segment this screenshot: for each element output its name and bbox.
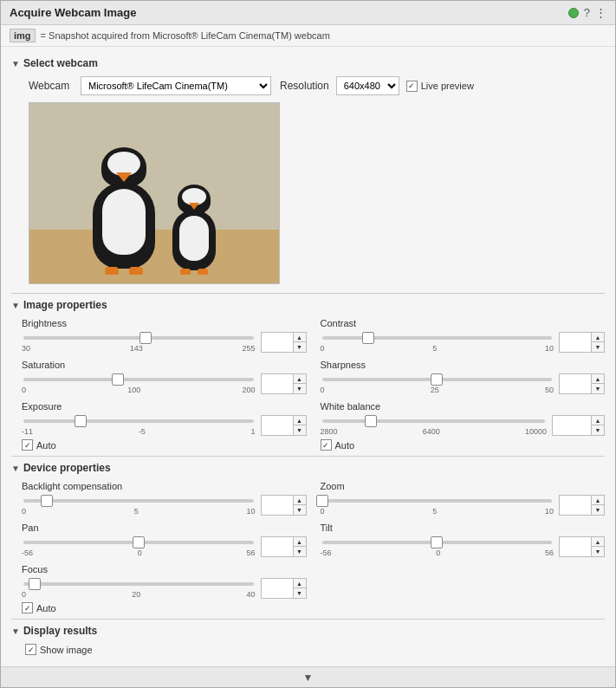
sharpness-down[interactable]: ▼ <box>592 384 604 393</box>
backlight-spinner-btns: ▲ ▼ <box>293 496 306 515</box>
contrast-slider-container: 0 5 10 <box>321 333 554 353</box>
webcam-label: Webcam <box>29 80 72 92</box>
live-preview-checkbox[interactable]: ✓ <box>406 81 418 92</box>
wb-up[interactable]: ▲ <box>592 416 604 425</box>
contrast-thumb[interactable] <box>362 332 374 344</box>
help-icon[interactable]: ? <box>584 6 590 19</box>
tilt-value[interactable]: 0 <box>560 537 591 556</box>
select-webcam-header[interactable]: ▼ Select webcam <box>11 57 605 69</box>
focus-min: 0 <box>22 590 26 599</box>
pan-thumb[interactable] <box>133 536 145 548</box>
brightness-spinner: 143 ▲ ▼ <box>261 332 307 353</box>
exposure-spinner-btns: ▲ ▼ <box>293 416 306 435</box>
focus-thumb[interactable] <box>29 578 41 590</box>
brightness-thumb[interactable] <box>139 332 152 344</box>
saturation-value[interactable]: 83 <box>262 374 293 393</box>
backlight-down[interactable]: ▼ <box>294 505 306 515</box>
zoom-spinner-btns: ▲ ▼ <box>591 496 604 515</box>
brightness-label: Brightness <box>22 318 307 328</box>
device-properties-header[interactable]: ▼ Device properties <box>11 462 605 474</box>
sharpness-min: 0 <box>321 386 325 394</box>
exposure-auto-label: Auto <box>36 440 56 451</box>
exposure-item: Exposure -11 -5 1 <box>22 401 307 451</box>
image-properties-content: Brightness 30 143 255 <box>11 318 605 451</box>
backlight-value[interactable]: 1 <box>262 496 293 515</box>
penguin-large-belly <box>102 189 146 255</box>
brightness-slider-container: 30 143 255 <box>22 333 256 353</box>
brightness-up[interactable]: ▲ <box>294 333 306 342</box>
backlight-thumb[interactable] <box>41 495 53 507</box>
pan-down[interactable]: ▼ <box>294 547 306 556</box>
focus-slider-container: 0 20 40 <box>22 579 256 599</box>
subtitle-bar: img = Snapshot acquired from Microsoft® … <box>1 25 615 47</box>
contrast-max: 10 <box>545 344 554 353</box>
wb-down[interactable]: ▼ <box>592 425 604 435</box>
exposure-slider-container: -11 -5 1 <box>22 416 256 436</box>
tilt-down[interactable]: ▼ <box>592 547 604 556</box>
exposure-thumb[interactable] <box>75 415 87 427</box>
collapse-arrow-imgprops: ▼ <box>11 301 20 310</box>
saturation-control: 0 100 200 83 ▲ ▼ <box>22 373 307 394</box>
wb-thumb[interactable] <box>365 415 377 427</box>
backlight-mid: 5 <box>134 507 139 516</box>
tilt-item: Tilt -56 0 56 <box>321 522 606 557</box>
tilt-thumb[interactable] <box>431 536 443 548</box>
sharpness-thumb[interactable] <box>431 373 443 386</box>
display-results-header[interactable]: ▼ Display results <box>11 625 605 637</box>
focus-auto-checkbox[interactable]: ✓ <box>22 602 33 613</box>
webcam-select[interactable]: Microsoft® LifeCam Cinema(TM) <box>81 76 271 95</box>
focus-track <box>23 582 254 586</box>
wb-auto-checkbox[interactable]: ✓ <box>321 439 332 451</box>
sharpness-up[interactable]: ▲ <box>592 374 604 384</box>
sharpness-value[interactable]: 25 <box>560 374 591 393</box>
zoom-value[interactable]: 0 <box>560 496 591 515</box>
pan-track <box>23 541 254 544</box>
wb-slider-container: 2800 6400 10000 <box>321 416 548 436</box>
resolution-select[interactable]: 640x480 <box>336 76 399 95</box>
wb-auto-row: ✓ Auto <box>321 439 606 451</box>
status-indicator <box>568 8 579 18</box>
image-properties-header[interactable]: ▼ Image properties <box>11 299 605 311</box>
exposure-up[interactable]: ▲ <box>294 416 306 425</box>
brightness-value[interactable]: 143 <box>262 333 293 352</box>
zoom-down[interactable]: ▼ <box>592 505 604 515</box>
tilt-up[interactable]: ▲ <box>592 537 604 547</box>
zoom-item: Zoom 0 5 10 <box>321 481 606 516</box>
exposure-auto-checkbox[interactable]: ✓ <box>22 439 33 451</box>
sharpness-spinner-btns: ▲ ▼ <box>591 374 604 393</box>
contrast-value[interactable]: 2 <box>560 333 591 352</box>
exposure-value[interactable]: -8 <box>262 416 293 435</box>
tilt-slider-container: -56 0 56 <box>321 537 554 557</box>
focus-down[interactable]: ▼ <box>294 588 306 598</box>
contrast-up[interactable]: ▲ <box>592 333 604 342</box>
brightness-down[interactable]: ▼ <box>294 342 306 352</box>
tilt-spinner: 0 ▲ ▼ <box>559 536 605 557</box>
show-image-row: ✓ Show image <box>25 644 605 655</box>
saturation-label: Saturation <box>22 360 307 370</box>
focus-value[interactable]: 2 <box>262 579 293 598</box>
exposure-label: Exposure <box>22 401 307 412</box>
penguin-small-belly <box>179 216 209 261</box>
wb-value[interactable]: 4500 <box>553 416 591 435</box>
pan-label: Pan <box>22 522 307 533</box>
contrast-down[interactable]: ▼ <box>592 342 604 352</box>
zoom-up[interactable]: ▲ <box>592 496 604 505</box>
menu-icon[interactable]: ⋮ <box>595 6 606 19</box>
zoom-thumb[interactable] <box>316 495 328 507</box>
tilt-control: -56 0 56 0 ▲ ▼ <box>321 536 606 557</box>
penguin-large-head <box>101 147 146 187</box>
show-image-checkbox[interactable]: ✓ <box>25 644 36 655</box>
device-properties-label: Device properties <box>23 462 111 474</box>
saturation-up[interactable]: ▲ <box>294 374 306 384</box>
focus-up[interactable]: ▲ <box>294 579 306 588</box>
wb-labels: 2800 6400 10000 <box>321 427 548 436</box>
wb-min: 2800 <box>321 427 338 436</box>
pan-up[interactable]: ▲ <box>294 537 306 547</box>
pan-value[interactable]: 0 <box>262 537 293 556</box>
saturation-thumb[interactable] <box>112 373 124 386</box>
zoom-spinner: 0 ▲ ▼ <box>559 495 605 516</box>
exposure-down[interactable]: ▼ <box>294 425 306 435</box>
saturation-down[interactable]: ▼ <box>294 384 306 393</box>
backlight-up[interactable]: ▲ <box>294 496 306 505</box>
pan-spinner: 0 ▲ ▼ <box>261 536 307 557</box>
